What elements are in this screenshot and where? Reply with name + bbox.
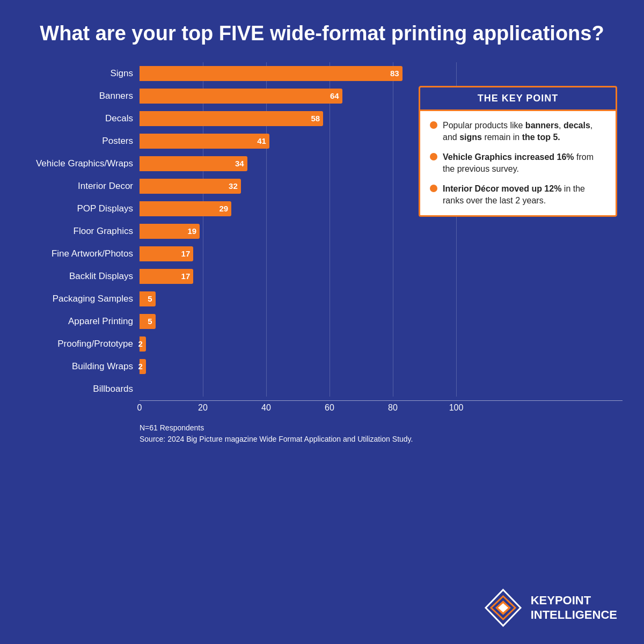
bar-label: Signs	[110, 62, 133, 85]
key-point-box: THE KEY POINT Popular products like bann…	[419, 86, 617, 217]
bar-value-label: 32	[229, 181, 241, 191]
key-point-body: Popular products like banners, decals, a…	[420, 111, 616, 215]
bar-label: Packaging Samples	[53, 288, 133, 310]
key-point-header: THE KEY POINT	[420, 87, 616, 111]
bar: 32	[140, 179, 241, 194]
bar-row: 19	[140, 220, 623, 243]
bar-value-label: 5	[148, 294, 155, 303]
logo-line1: KEYPOINT	[531, 594, 617, 608]
bar-label: Decals	[105, 107, 133, 130]
bar-value-label: 41	[257, 136, 269, 145]
bar-label: Banners	[99, 85, 133, 107]
key-point-item: Popular products like banners, decals, a…	[430, 120, 606, 144]
bar-value-label: 34	[235, 159, 247, 168]
x-tick-label: 100	[449, 403, 464, 413]
bar: 64	[140, 89, 342, 104]
bar-value-label: 17	[181, 249, 194, 258]
bar: 5	[140, 314, 156, 329]
key-point-item: Interior Décor moved up 12% in the ranks…	[430, 183, 606, 207]
bar-value-label: 2	[138, 339, 145, 348]
bar-label: Interior Decor	[78, 175, 133, 197]
logo-text: KEYPOINTINTELLIGENCE	[531, 594, 617, 622]
bar-value-label: 2	[138, 362, 145, 371]
x-tick-label: 60	[325, 403, 334, 413]
bar-label: Proofing/Prototype	[57, 333, 133, 355]
bar: 2	[140, 336, 146, 352]
x-tick-label: 40	[261, 403, 271, 413]
bar-label: Apparel Printing	[68, 310, 133, 333]
bar: 17	[140, 246, 193, 261]
bar-row: 2	[140, 333, 623, 355]
bullet-dot	[430, 121, 437, 129]
bar-label: Billboards	[93, 378, 133, 400]
bar-value-label: 29	[219, 204, 231, 213]
bar-row: 2	[140, 355, 623, 378]
bar-label: Fine Artwork/Photos	[52, 243, 133, 265]
logo-icon	[483, 588, 523, 628]
bar-label: Floor Graphics	[74, 220, 133, 243]
x-tick-label: 80	[388, 403, 398, 413]
bar: 29	[140, 201, 231, 216]
logo-area: KEYPOINTINTELLIGENCE	[483, 588, 617, 628]
bar: 19	[140, 224, 200, 239]
bullet-dot	[430, 153, 437, 160]
x-tick-label: 20	[198, 403, 208, 413]
x-axis-labels: 020406080100	[140, 403, 623, 419]
bar-label: Vehicle Graphics/Wraps	[36, 152, 133, 175]
key-point-text: Popular products like banners, decals, a…	[443, 120, 606, 144]
bar-label: Backlit Displays	[69, 265, 133, 288]
footnote-line2: Source: 2024 Big Picture magazine Wide F…	[140, 434, 644, 445]
bullet-dot	[430, 185, 437, 192]
footnote-line1: N=61 Respondents	[140, 422, 644, 434]
footnotes: N=61 Respondents Source: 2024 Big Pictur…	[0, 419, 644, 445]
bar-row: 5	[140, 310, 623, 333]
bar: 58	[140, 111, 323, 126]
bar-row	[140, 378, 623, 400]
key-point-text: Vehicle Graphics increased 16% from the …	[443, 151, 606, 175]
bar-value-label: 17	[181, 272, 194, 281]
bar: 41	[140, 134, 269, 149]
key-point-text: Interior Décor moved up 12% in the ranks…	[443, 183, 606, 207]
bar-row: 17	[140, 243, 623, 265]
bar-value-label: 58	[311, 114, 324, 123]
bar-value-label: 5	[148, 317, 155, 326]
bar-label: Posters	[102, 130, 133, 152]
bar-value-label: 19	[187, 226, 200, 236]
x-tick-label: 0	[137, 403, 142, 413]
bar: 2	[140, 359, 146, 374]
bar: 83	[140, 66, 402, 81]
bar-label: Building Wraps	[72, 355, 133, 378]
bar-row: 5	[140, 288, 623, 310]
bar: 17	[140, 269, 193, 284]
bar: 5	[140, 291, 156, 306]
bar-label: POP Displays	[77, 197, 133, 220]
bar-row: 83	[140, 62, 623, 85]
bar: 34	[140, 156, 247, 171]
page-title: What are your top FIVE wide-format print…	[0, 0, 644, 57]
logo-line2: INTELLIGENCE	[531, 608, 617, 622]
x-axis-line	[140, 400, 623, 401]
bar-value-label: 83	[390, 69, 402, 78]
bar-value-label: 64	[330, 91, 342, 100]
labels-column: SignsBannersDecalsPostersVehicle Graphic…	[21, 62, 140, 419]
key-point-item: Vehicle Graphics increased 16% from the …	[430, 151, 606, 175]
bar-row: 17	[140, 265, 623, 288]
